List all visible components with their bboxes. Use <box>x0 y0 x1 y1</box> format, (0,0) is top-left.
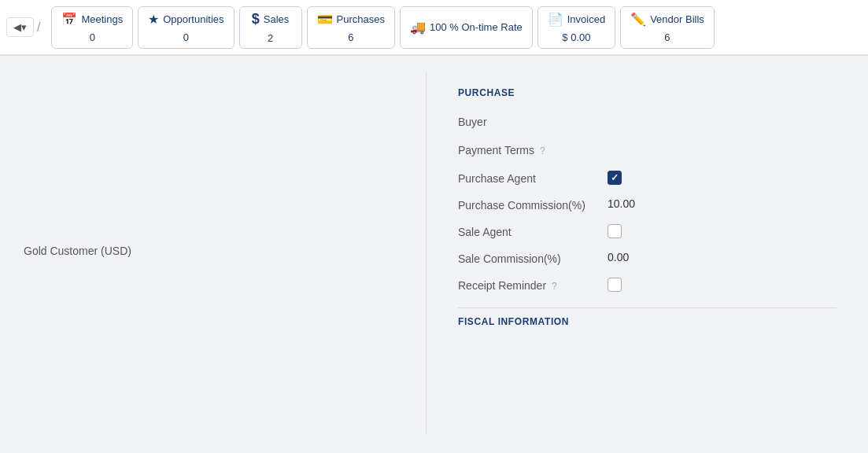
ontime-rate-button[interactable]: 🚚 100 % On-time Rate <box>400 6 533 49</box>
payment-terms-label: Payment Terms ? <box>458 142 600 157</box>
purchase-agent-row: Purchase Agent <box>458 171 837 185</box>
sale-commission-value[interactable]: 0.00 <box>608 251 629 263</box>
customer-value: Gold Customer (USD) <box>24 245 402 257</box>
vendor-bills-label: Vendor Bills <box>650 13 704 25</box>
purchases-button[interactable]: 💳 Purchases 6 <box>307 6 395 49</box>
purchases-count: 6 <box>348 31 353 43</box>
buyer-value[interactable] <box>608 114 765 130</box>
main-content: Gold Customer (USD) PURCHASE Buyer Payme… <box>0 56 868 449</box>
invoiced-label: Invoiced <box>567 13 605 25</box>
purchase-agent-label: Purchase Agent <box>458 171 600 185</box>
right-panel: PURCHASE Buyer Payment Terms ? Purchase … <box>427 72 868 433</box>
dollar-icon: $ <box>252 11 260 28</box>
payment-terms-value[interactable] <box>608 142 765 158</box>
vendor-bills-button[interactable]: ✏️ Vendor Bills 6 <box>620 6 715 49</box>
purchase-commission-label: Purchase Commission(%) <box>458 197 600 212</box>
purchase-section-title: PURCHASE <box>458 87 837 98</box>
sale-commission-row: Sale Commission(%) 0.00 <box>458 251 837 265</box>
receipt-reminder-checkbox[interactable] <box>608 278 622 292</box>
invoiced-button[interactable]: 📄 Invoiced $ 0.00 <box>537 6 615 49</box>
calendar-icon: 📅 <box>61 12 77 27</box>
invoiced-amount: $ 0.00 <box>562 31 590 43</box>
truck-icon: 🚚 <box>410 20 426 35</box>
receipt-reminder-help-icon[interactable]: ? <box>552 281 557 292</box>
invoice-icon: 📄 <box>548 12 563 27</box>
meetings-label: Meetings <box>81 13 123 25</box>
top-navigation-bar: ◀▾ / 📅 Meetings 0 ★ Opportunities 0 $ Sa… <box>0 0 868 55</box>
sales-label: Sales <box>264 13 290 25</box>
vendor-bills-count: 6 <box>664 31 670 43</box>
meetings-count: 0 <box>90 31 95 43</box>
purchases-label: Purchases <box>337 13 385 25</box>
breadcrumb-separator: / <box>37 20 40 35</box>
meetings-button[interactable]: 📅 Meetings 0 <box>51 6 133 49</box>
payment-terms-help-icon[interactable]: ? <box>540 145 545 157</box>
sales-button[interactable]: $ Sales 2 <box>239 6 302 49</box>
payment-terms-row: Payment Terms ? <box>458 142 837 158</box>
opportunities-count: 0 <box>183 31 189 43</box>
opportunities-label: Opportunities <box>163 13 223 25</box>
opportunities-button[interactable]: ★ Opportunities 0 <box>138 6 234 49</box>
star-icon: ★ <box>148 12 159 27</box>
edit-icon: ✏️ <box>630 12 646 27</box>
sale-agent-checkbox[interactable] <box>608 224 622 238</box>
fiscal-info-section-title: FISCAL INFORMATION <box>458 316 837 327</box>
left-panel: Gold Customer (USD) <box>0 72 427 433</box>
purchase-commission-value[interactable]: 10.00 <box>608 197 635 210</box>
card-icon: 💳 <box>317 12 333 27</box>
sale-commission-label: Sale Commission(%) <box>458 251 600 265</box>
purchase-agent-checkbox[interactable] <box>608 171 622 185</box>
sale-agent-row: Sale Agent <box>458 224 837 238</box>
back-button[interactable]: ◀▾ <box>6 17 34 37</box>
breadcrumb-area: ◀▾ / <box>6 17 40 37</box>
receipt-reminder-label: Receipt Reminder ? <box>458 278 600 292</box>
receipt-reminder-row: Receipt Reminder ? <box>458 278 837 292</box>
buyer-label: Buyer <box>458 114 600 128</box>
ontime-label: 100 % On-time Rate <box>430 21 523 33</box>
buyer-row: Buyer <box>458 114 837 130</box>
sales-count: 2 <box>268 32 273 44</box>
purchase-commission-row: Purchase Commission(%) 10.00 <box>458 197 837 212</box>
sale-agent-label: Sale Agent <box>458 224 600 238</box>
